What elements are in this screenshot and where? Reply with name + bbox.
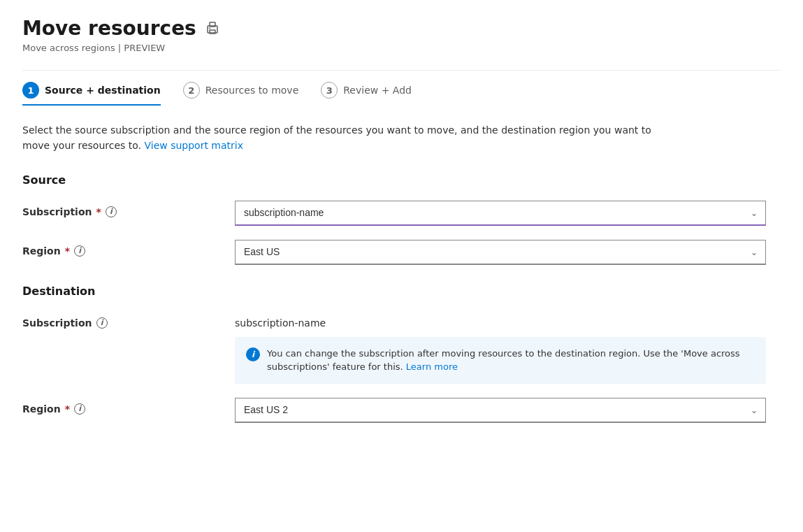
destination-region-required: *: [65, 403, 70, 415]
destination-info-box: i You can change the subscription after …: [235, 337, 766, 384]
source-subscription-dropdown[interactable]: subscription-name: [235, 201, 766, 226]
page-header: Move resources Move across regions | PRE…: [22, 17, 781, 53]
destination-region-row: Region * i East US 2 ⌄: [22, 398, 781, 423]
source-region-info-icon[interactable]: i: [74, 245, 85, 257]
source-section-title: Source: [22, 173, 781, 187]
source-region-dropdown-wrapper: East US ⌄: [235, 240, 766, 265]
source-region-required: *: [65, 245, 70, 257]
source-region-row: Region * i East US ⌄: [22, 240, 781, 265]
wizard-steps: 1 Source + destination 2 Resources to mo…: [22, 82, 781, 106]
learn-more-link[interactable]: Learn more: [406, 361, 458, 372]
svg-rect-2: [210, 30, 215, 34]
source-subscription-dropdown-wrapper: subscription-name ⌄: [235, 201, 766, 226]
step-3-label: Review + Add: [343, 85, 412, 96]
destination-subscription-row: Subscription i subscription-name i You c…: [22, 312, 781, 384]
source-region-control: East US ⌄: [235, 240, 766, 265]
step-1[interactable]: 1 Source + destination: [22, 82, 161, 106]
destination-region-info-icon[interactable]: i: [74, 403, 85, 415]
info-box-text: You can change the subscription after mo…: [267, 347, 755, 374]
destination-section-title: Destination: [22, 285, 781, 298]
source-region-dropdown[interactable]: East US: [235, 240, 766, 265]
page-title-text: Move resources: [22, 17, 196, 40]
destination-region-control: East US 2 ⌄: [235, 398, 766, 423]
destination-section: Destination Subscription i subscription-…: [22, 285, 781, 423]
step-1-number: 1: [22, 82, 39, 99]
destination-region-dropdown[interactable]: East US 2: [235, 398, 766, 423]
page-title: Move resources: [22, 17, 781, 40]
source-region-label: Region * i: [22, 240, 218, 257]
step-1-label: Source + destination: [45, 85, 161, 96]
step-2-number: 2: [183, 82, 200, 99]
description-text: Select the source subscription and the s…: [22, 122, 651, 154]
page-container: Move resources Move across regions | PRE…: [0, 0, 803, 459]
destination-subscription-value: subscription-name: [235, 312, 766, 329]
header-divider: [22, 70, 781, 71]
step-3-number: 3: [321, 82, 338, 99]
description-body: Select the source subscription and the s…: [22, 124, 651, 151]
step-2[interactable]: 2 Resources to move: [183, 82, 299, 106]
destination-subscription-label: Subscription i: [22, 312, 218, 329]
destination-region-dropdown-wrapper: East US 2 ⌄: [235, 398, 766, 423]
svg-point-3: [209, 27, 210, 29]
step-3[interactable]: 3 Review + Add: [321, 82, 412, 106]
source-subscription-row: Subscription * i subscription-name ⌄: [22, 201, 781, 226]
destination-subscription-info-icon[interactable]: i: [96, 317, 108, 329]
destination-region-label: Region * i: [22, 398, 218, 415]
source-subscription-control: subscription-name ⌄: [235, 201, 766, 226]
print-icon[interactable]: [205, 21, 220, 36]
page-subtitle: Move across regions | PREVIEW: [22, 43, 781, 53]
source-subscription-info-icon[interactable]: i: [106, 206, 117, 217]
support-matrix-link[interactable]: View support matrix: [145, 140, 244, 151]
source-subscription-required: *: [96, 206, 101, 217]
source-section: Source Subscription * i subscription-nam…: [22, 173, 781, 265]
source-subscription-label: Subscription * i: [22, 201, 218, 217]
info-box-icon: i: [246, 347, 260, 361]
destination-subscription-control: subscription-name i You can change the s…: [235, 312, 766, 384]
step-2-label: Resources to move: [205, 85, 299, 96]
